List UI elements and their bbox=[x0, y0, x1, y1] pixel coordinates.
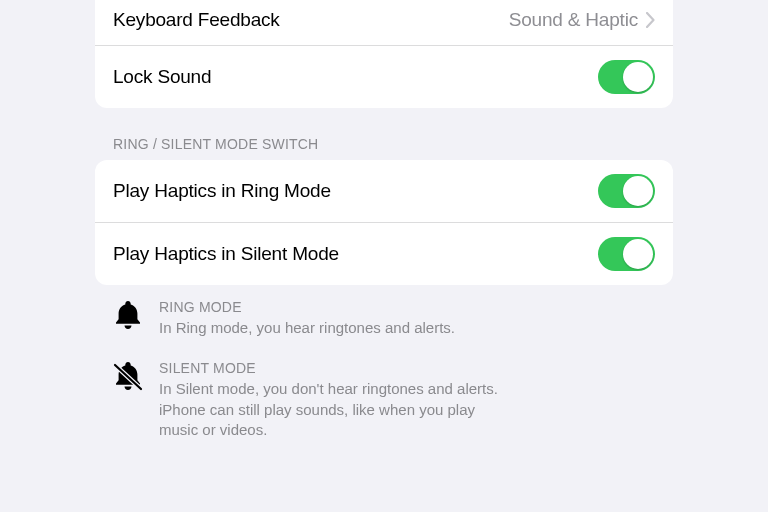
bell-slash-icon bbox=[113, 360, 143, 392]
row-lock-sound: Lock Sound bbox=[95, 45, 673, 108]
row-haptics-silent: Play Haptics in Silent Mode bbox=[95, 222, 673, 285]
info-ring-mode: RING MODE In Ring mode, you hear rington… bbox=[95, 285, 673, 338]
info-silent-text: SILENT MODE In Silent mode, you don't he… bbox=[159, 360, 655, 440]
section-header-ring-silent: RING / SILENT MODE SWITCH bbox=[95, 108, 673, 160]
lock-sound-toggle[interactable] bbox=[598, 60, 655, 94]
lock-sound-label: Lock Sound bbox=[113, 66, 211, 88]
bell-icon bbox=[113, 299, 143, 331]
row-haptics-ring: Play Haptics in Ring Mode bbox=[95, 160, 673, 222]
row-keyboard-feedback[interactable]: Keyboard Feedback Sound & Haptic bbox=[95, 0, 673, 45]
haptics-ring-toggle[interactable] bbox=[598, 174, 655, 208]
info-ring-text: RING MODE In Ring mode, you hear rington… bbox=[159, 299, 655, 338]
section-ring-silent: Play Haptics in Ring Mode Play Haptics i… bbox=[95, 160, 673, 285]
chevron-right-icon bbox=[646, 12, 655, 28]
info-ring-desc: In Ring mode, you hear ringtones and ale… bbox=[159, 318, 499, 338]
haptics-silent-label: Play Haptics in Silent Mode bbox=[113, 243, 339, 265]
keyboard-feedback-label: Keyboard Feedback bbox=[113, 9, 280, 31]
keyboard-feedback-value-wrap: Sound & Haptic bbox=[509, 9, 655, 31]
haptics-ring-label: Play Haptics in Ring Mode bbox=[113, 180, 331, 202]
info-silent-mode: SILENT MODE In Silent mode, you don't he… bbox=[95, 338, 673, 440]
info-silent-title: SILENT MODE bbox=[159, 360, 655, 376]
info-silent-desc: In Silent mode, you don't hear ringtones… bbox=[159, 379, 499, 440]
section-sounds: Keyboard Feedback Sound & Haptic Lock So… bbox=[95, 0, 673, 108]
info-ring-title: RING MODE bbox=[159, 299, 655, 315]
keyboard-feedback-value: Sound & Haptic bbox=[509, 9, 638, 31]
haptics-silent-toggle[interactable] bbox=[598, 237, 655, 271]
settings-page: Keyboard Feedback Sound & Haptic Lock So… bbox=[0, 0, 768, 440]
